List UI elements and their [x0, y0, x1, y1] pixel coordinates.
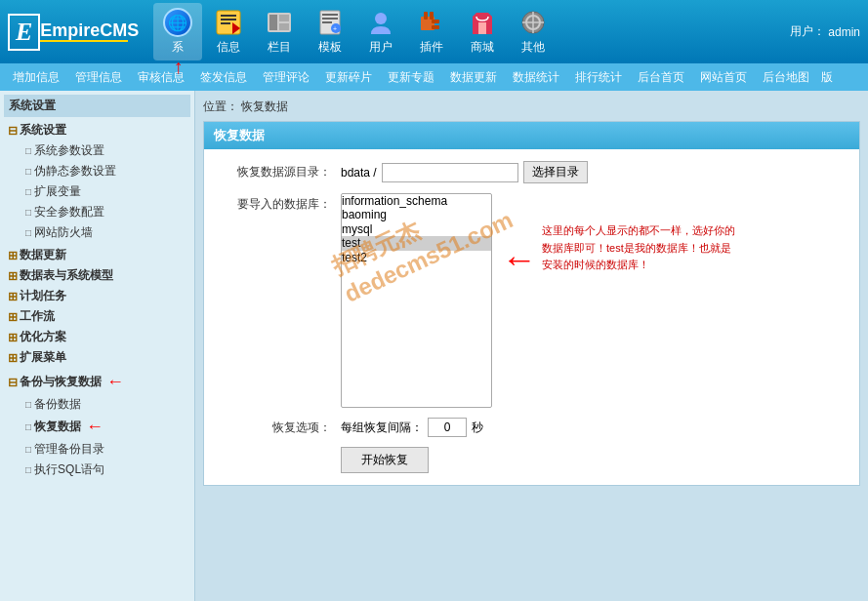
subnav-item-backend-home[interactable]: 后台首页	[630, 66, 692, 89]
sidebar-group-title-backup[interactable]: ⊟ 备份与恢复数据 ←	[4, 370, 190, 394]
sidebar-item-extend-vars[interactable]: □ 扩展变量	[4, 181, 190, 202]
nav-label-system: 系	[172, 39, 184, 56]
file-icon-8: □	[25, 444, 31, 455]
subnav-item-audit-info[interactable]: 审核信息	[130, 66, 192, 89]
folder-icon-3: ⊞	[8, 269, 18, 283]
sidebar-group-optimize[interactable]: ⊞ 优化方案	[4, 327, 190, 347]
sidebar: 系统设置 ⊟ 系统设置 □ 系统参数设置 □ 伪静态参数设置 □ 扩展变量 □ …	[0, 91, 195, 601]
nav-item-system[interactable]: 🌐 系 ↑	[153, 3, 202, 60]
sidebar-item-security[interactable]: □ 安全参数配置	[4, 202, 190, 222]
user-label: 用户：	[790, 23, 825, 40]
subnav-item-data-update[interactable]: 数据更新	[442, 66, 505, 89]
user-icon	[366, 8, 395, 37]
username: admin	[828, 25, 860, 39]
sidebar-item-backup-data[interactable]: □ 备份数据	[4, 394, 190, 415]
exec-sql-label: 执行SQL语句	[34, 461, 104, 478]
nav-item-shop[interactable]: 商城	[458, 3, 507, 60]
sidebar-item-manage-backup-dir[interactable]: □ 管理备份目录	[4, 439, 190, 460]
extend-vars-label: 扩展变量	[34, 183, 81, 200]
interval-label: 每组恢复间隔：	[341, 420, 423, 436]
data-table-label: 数据表与系统模型	[20, 267, 113, 284]
sidebar-group-title-system[interactable]: ⊟ 系统设置	[4, 120, 190, 140]
restore-options-row: 恢复选项： 每组恢复间隔： 秒	[214, 418, 849, 437]
subnav-item-website-home[interactable]: 网站首页	[692, 66, 755, 89]
folder-icon-5: ⊞	[8, 310, 18, 324]
db-red-arrow: ←	[502, 242, 537, 277]
subnav-item-update-snippets[interactable]: 更新碎片	[317, 66, 380, 89]
file-icon-4: □	[25, 207, 31, 218]
manage-backup-dir-label: 管理备份目录	[34, 441, 104, 458]
nav-bar: 🌐 系 ↑ 信息	[153, 3, 558, 60]
sidebar-item-exec-sql[interactable]: □ 执行SQL语句	[4, 460, 190, 480]
sidebar-group-data-update[interactable]: ⊞ 数据更新	[4, 245, 190, 265]
restore-dir-input[interactable]	[382, 163, 518, 182]
file-icon: □	[25, 145, 31, 156]
static-params-label: 伪静态参数设置	[34, 163, 116, 180]
subnav-item-rank-stats[interactable]: 排行统计	[567, 66, 630, 89]
sidebar-group-system-settings: ⊟ 系统设置 □ 系统参数设置 □ 伪静态参数设置 □ 扩展变量 □ 安全参数配…	[4, 120, 190, 243]
sidebar-section-header: 系统设置	[4, 95, 190, 117]
backup-restore-label: 备份与恢复数据	[20, 374, 102, 390]
workflow-label: 工作流	[20, 308, 55, 325]
svg-rect-17	[432, 20, 439, 23]
svg-text:+: +	[333, 25, 337, 32]
sidebar-group-data-table[interactable]: ⊞ 数据表与系统模型	[4, 265, 190, 286]
extend-menu-label: 扩展菜单	[20, 349, 66, 366]
subnav-item-manage-info[interactable]: 管理信息	[67, 66, 130, 89]
nav-label-info: 信息	[217, 39, 240, 56]
sidebar-group-workflow[interactable]: ⊞ 工作流	[4, 306, 190, 327]
nav-item-column[interactable]: 栏目	[255, 3, 304, 60]
annotation-note: 这里的每个人显示的都不一样，选好你的数据库即可！test是我的数据库！也就是安装…	[542, 222, 737, 274]
file-icon-9: □	[25, 464, 31, 475]
sidebar-item-restore-data[interactable]: □ 恢复数据 ←	[4, 415, 190, 439]
select-dir-button[interactable]: 选择目录	[523, 161, 588, 183]
folder-icon-6: ⊞	[8, 331, 18, 344]
sidebar-group-backup-restore: ⊟ 备份与恢复数据 ← □ 备份数据 □ 恢复数据 ← □ 管理备份目录 □ 执…	[4, 370, 190, 480]
backup-data-label: 备份数据	[34, 396, 81, 413]
db-option-baoming[interactable]: baoming	[342, 208, 491, 221]
rail-icon	[265, 8, 294, 37]
nav-item-info[interactable]: 信息	[204, 3, 253, 60]
subnav-item-manage-comments[interactable]: 管理评论	[255, 66, 317, 89]
db-select[interactable]: information_schema baoming mysql test te…	[341, 193, 492, 408]
db-option-information-schema[interactable]: information_schema	[342, 194, 491, 208]
svg-rect-7	[279, 15, 289, 21]
plugin-icon	[417, 8, 446, 37]
db-option-test[interactable]: test	[342, 236, 491, 250]
panel: 恢复数据 恢复数据源目录： bdata / 选择目录 要导入的数据库： info…	[203, 121, 860, 486]
nav-item-template[interactable]: + 模板	[306, 3, 354, 60]
restore-dir-label: 恢复数据源目录：	[214, 164, 341, 180]
db-option-mysql[interactable]: mysql	[342, 222, 491, 236]
restore-dir-prefix: bdata /	[341, 166, 377, 180]
nav-label-user: 用户	[369, 39, 393, 56]
start-restore-button[interactable]: 开始恢复	[341, 447, 429, 473]
subnav-item-data-stats[interactable]: 数据统计	[505, 66, 567, 89]
subnav-item-add-info[interactable]: 增加信息	[5, 66, 67, 89]
nav-item-other[interactable]: 其他	[509, 3, 558, 60]
sidebar-group-extend-menu[interactable]: ⊞ 扩展菜单	[4, 347, 190, 368]
panel-title-text: 恢复数据	[214, 128, 265, 142]
import-db-label: 要导入的数据库：	[214, 193, 341, 213]
sidebar-item-static-params[interactable]: □ 伪静态参数设置	[4, 161, 190, 181]
subnav-item-issue-info[interactable]: 签发信息	[192, 66, 255, 89]
nav-item-plugin[interactable]: 插件	[407, 3, 456, 60]
sidebar-item-firewall[interactable]: □ 网站防火墙	[4, 222, 190, 243]
db-option-test2[interactable]: test2	[342, 251, 491, 264]
sidebar-item-sys-params[interactable]: □ 系统参数设置	[4, 140, 190, 161]
red-arrow-restore: ←	[86, 417, 103, 437]
interval-input[interactable]	[428, 418, 467, 437]
nav-item-user[interactable]: 用户	[356, 3, 405, 60]
shop-icon	[468, 8, 497, 37]
group-label-system: 系统设置	[20, 122, 66, 139]
db-select-container: information_schema baoming mysql test te…	[341, 193, 492, 408]
svg-rect-1	[221, 15, 236, 17]
svg-point-15	[375, 13, 387, 24]
subnav-item-update-topics[interactable]: 更新专题	[380, 66, 442, 89]
file-icon-5: □	[25, 227, 31, 238]
location-label: 位置：	[203, 100, 238, 113]
subnav-item-backend-map[interactable]: 后台地图	[755, 66, 817, 89]
sidebar-group-schedule[interactable]: ⊞ 计划任务	[4, 286, 190, 306]
security-label: 安全参数配置	[34, 204, 104, 220]
data-update-label: 数据更新	[20, 247, 66, 263]
location-value: 恢复数据	[241, 100, 288, 113]
